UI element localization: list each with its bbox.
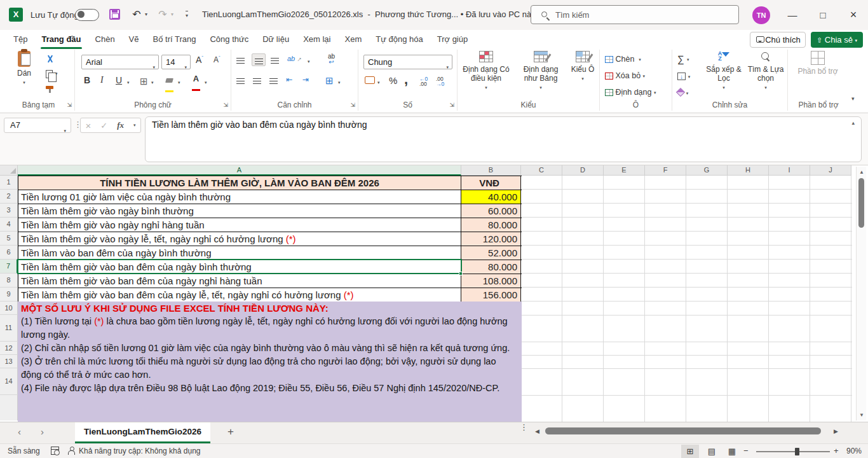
fill-color-button[interactable]	[165, 75, 173, 94]
tab-view[interactable]: Xem	[337, 30, 369, 50]
tab-help[interactable]: Trợ giúp	[430, 30, 475, 50]
column-header-H[interactable]: H	[728, 165, 769, 176]
conditional-formatting-button[interactable]: Định dạng Có điều kiện ▾	[460, 51, 512, 92]
delete-cells-button[interactable]: Xóa bỏ ▾	[605, 71, 645, 80]
select-all-corner[interactable]	[0, 165, 18, 176]
row-header-9[interactable]: 9	[0, 288, 18, 302]
decrease-font-button[interactable]: Aˇ	[214, 55, 220, 64]
cell-B5[interactable]: 120.000	[461, 232, 521, 246]
column-header-E[interactable]: E	[604, 165, 645, 176]
middle-align-button[interactable]	[252, 53, 266, 66]
view-normal-button[interactable]: ⊞	[681, 445, 699, 458]
increase-indent-button[interactable]: ⇥	[302, 75, 309, 84]
view-page-layout-button[interactable]: ▤	[703, 445, 721, 458]
collapse-formula-bar-icon[interactable]: ▴	[851, 120, 855, 126]
increase-decimal-button[interactable]: ←0.00	[419, 76, 428, 87]
column-header-G[interactable]: G	[686, 165, 728, 176]
align-right-button[interactable]	[269, 76, 278, 86]
zoom-slider-track[interactable]	[756, 451, 830, 452]
view-page-break-button[interactable]: ▦	[723, 445, 741, 458]
increase-font-button[interactable]: Aˆ	[196, 55, 203, 65]
column-header-D[interactable]: D	[562, 165, 604, 176]
borders-dropdown-icon[interactable]: ▾	[151, 80, 154, 85]
addins-button[interactable]: Phần bổ trợ	[797, 51, 839, 76]
fill-button[interactable]: ↓ ▾	[677, 71, 690, 81]
vertical-scrollbar-thumb[interactable]	[858, 178, 864, 228]
row-header-8[interactable]: 8	[0, 274, 18, 288]
tab-automate[interactable]: Tự động hóa	[369, 30, 430, 50]
column-header-B[interactable]: B	[461, 165, 521, 176]
excel-app-icon[interactable]: X	[9, 8, 23, 22]
empty-cells-area[interactable]	[521, 176, 852, 422]
font-dialog-launcher-icon[interactable]: ⇲	[223, 102, 228, 108]
merge-dropdown-icon[interactable]: ▾	[338, 80, 341, 85]
row-header-11[interactable]: 11	[0, 315, 18, 342]
format-as-table-button[interactable]: Định dạng như Bảng ▾	[516, 51, 566, 92]
search-input[interactable]: Tìm kiếm	[531, 5, 739, 24]
accessibility-status[interactable]: Khả năng truy cập: Không khả dụng	[79, 447, 200, 455]
cancel-entry-button[interactable]: ×	[85, 120, 91, 131]
top-align-button[interactable]	[236, 56, 245, 66]
cut-button[interactable]	[46, 55, 55, 66]
add-sheet-button[interactable]: +	[227, 426, 234, 438]
tab-home[interactable]: Trang đầu	[34, 30, 88, 50]
cell-A5[interactable]: Tiền làm thêm giờ vào ngày lễ, tết, ngày…	[18, 232, 461, 246]
orientation-button[interactable]: ab→	[287, 55, 302, 62]
cell-A1[interactable]: TÍNH TIỀN LƯƠNG LÀM THÊM GIỜ, LÀM VÀO BA…	[18, 176, 461, 190]
notes-block[interactable]: MỘT SỐ LƯU Ý KHI SỬ DỤNG FILE EXCEL TÍNH…	[18, 302, 522, 422]
document-title[interactable]: TienLuongLamThemGio2026_05012026.xls - P…	[202, 10, 540, 19]
cell-B7[interactable]: 80.000	[461, 260, 521, 274]
copy-button[interactable]: ▾	[46, 70, 55, 80]
fill-color-dropdown-icon[interactable]: ▾	[178, 80, 180, 85]
minimize-button[interactable]: —	[778, 0, 807, 30]
font-size-combo[interactable]: 14▾	[161, 55, 191, 69]
zoom-in-button[interactable]: +	[834, 446, 839, 455]
row-header-13[interactable]: 13	[0, 355, 18, 368]
underline-dropdown-icon[interactable]: ▾	[127, 80, 130, 85]
cell-A6[interactable]: Tiền làm vào ban đêm của ngày bình thườn…	[18, 246, 461, 260]
cell-A9[interactable]: Tiền làm thêm giờ vào ban đêm của ngày l…	[18, 288, 461, 302]
cell-B3[interactable]: 60.000	[461, 204, 521, 218]
autosum-button[interactable]: ∑ ▾	[677, 53, 689, 64]
number-dialog-launcher-icon[interactable]: ⇲	[449, 102, 454, 108]
cell-A7-selected[interactable]: Tiền làm thêm giờ vào ban đêm của ngày b…	[18, 260, 461, 274]
quick-access-dropdown-icon[interactable]: ▾	[186, 11, 188, 18]
sheet-tab-active[interactable]: TienLuongLamThemGio2026	[75, 422, 210, 443]
font-color-button[interactable]: A	[192, 74, 200, 93]
tab-data[interactable]: Dữ liệu	[255, 30, 296, 50]
undo-button[interactable]: ↶	[129, 8, 144, 22]
fill-handle[interactable]	[459, 272, 463, 275]
scroll-up-icon[interactable]: ▲	[859, 169, 864, 175]
maximize-button[interactable]: □	[808, 0, 837, 30]
row-header-14[interactable]: 14	[0, 368, 18, 395]
cell-A3[interactable]: Tiền làm thêm giờ vào ngày bình thường	[18, 204, 461, 218]
account-avatar[interactable]: TN	[752, 6, 770, 24]
decrease-decimal-button[interactable]: .00→0	[436, 76, 444, 87]
collapse-ribbon-icon[interactable]: ▾	[851, 95, 855, 102]
format-cells-button[interactable]: Định dạng ▾	[605, 88, 656, 97]
align-center-button[interactable]	[253, 76, 261, 86]
macro-record-icon[interactable]	[51, 447, 59, 455]
font-color-dropdown-icon[interactable]: ▾	[205, 80, 207, 85]
column-header-J[interactable]: J	[810, 165, 851, 176]
cell-styles-button[interactable]: Kiểu Ô ▾	[568, 51, 597, 83]
autosave-toggle[interactable]	[75, 9, 99, 21]
formula-input[interactable]: Tiền làm thêm giờ vào ban đêm của ngày b…	[145, 116, 862, 162]
accounting-dropdown-icon[interactable]: ▾	[377, 80, 380, 85]
merge-center-button[interactable]: ⊞	[325, 75, 334, 87]
tab-formulas[interactable]: Công thức	[203, 30, 255, 50]
accounting-format-button[interactable]	[365, 76, 375, 84]
clipboard-dialog-launcher-icon[interactable]: ⇲	[67, 102, 72, 108]
find-select-button[interactable]: Tìm & Lựa chọn ▾	[746, 51, 785, 92]
cell-B9[interactable]: 156.000	[461, 288, 521, 302]
comments-button[interactable]: Chú thích	[750, 32, 806, 48]
number-format-combo[interactable]: Chung▾	[363, 55, 452, 69]
cell-B8[interactable]: 108.000	[461, 274, 521, 288]
decrease-indent-button[interactable]: ⇤	[286, 75, 292, 84]
tab-draw[interactable]: Vẽ	[122, 30, 146, 50]
tab-insert[interactable]: Chèn	[88, 30, 122, 50]
fx-dropdown-icon[interactable]: ▾	[133, 123, 136, 128]
insert-cells-button[interactable]: Chèn ▾	[605, 55, 641, 64]
orientation-dropdown-icon[interactable]: ▾	[308, 59, 310, 64]
row-header-1[interactable]: 1	[0, 176, 18, 190]
